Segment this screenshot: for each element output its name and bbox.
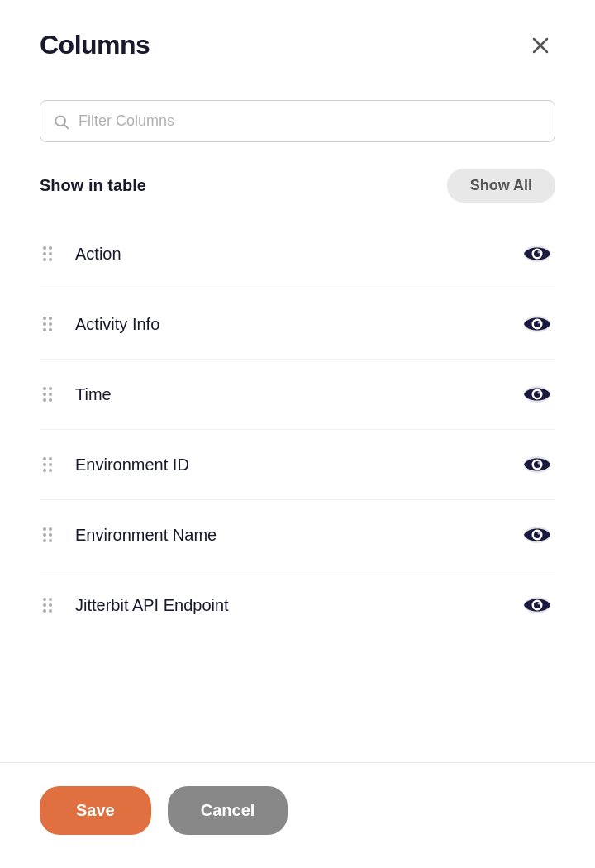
close-icon <box>531 36 550 55</box>
drag-handle-activity-info[interactable] <box>40 313 55 335</box>
section-header: Show in table Show All <box>40 169 555 203</box>
drag-dot <box>43 609 46 613</box>
eye-icon-environment-name <box>522 520 552 550</box>
drag-dot <box>43 246 46 250</box>
drag-dot <box>49 252 52 255</box>
drag-handle-environment-name[interactable] <box>40 524 55 546</box>
toggle-visibility-action[interactable] <box>519 236 555 272</box>
drag-dot <box>49 393 52 396</box>
column-item-jitterbit-api-endpoint: Jitterbit API Endpoint <box>40 570 555 640</box>
close-button[interactable] <box>526 31 555 60</box>
search-input[interactable] <box>40 100 555 142</box>
drag-dot <box>49 322 52 326</box>
drag-handle-time[interactable] <box>40 384 55 405</box>
drag-dot <box>49 387 52 390</box>
column-name-action: Action <box>75 245 519 264</box>
toggle-visibility-activity-info[interactable] <box>519 306 555 342</box>
svg-line-3 <box>64 124 69 128</box>
drag-dot <box>43 387 46 390</box>
svg-point-11 <box>538 322 540 324</box>
columns-modal: Columns Show in table Show All <box>0 0 595 868</box>
toggle-visibility-jitterbit-api-endpoint[interactable] <box>519 587 555 623</box>
toggle-visibility-environment-id[interactable] <box>519 446 555 483</box>
drag-dot <box>43 258 46 261</box>
eye-icon-jitterbit-api-endpoint <box>522 590 552 620</box>
eye-icon-action <box>522 239 552 269</box>
section-label: Show in table <box>40 176 146 195</box>
drag-dot <box>43 527 46 531</box>
drag-dot <box>43 598 46 601</box>
drag-dot <box>49 398 52 402</box>
drag-dot <box>43 533 46 537</box>
svg-point-27 <box>538 603 540 605</box>
drag-dot <box>43 603 46 607</box>
drag-dot <box>43 457 46 460</box>
modal-footer: Save Cancel <box>0 762 595 868</box>
modal-title: Columns <box>40 30 150 60</box>
modal-header: Columns <box>0 0 595 83</box>
drag-dot <box>43 469 46 472</box>
column-item-activity-info: Activity Info <box>40 289 555 360</box>
drag-dot <box>49 317 52 320</box>
drag-handle-action[interactable] <box>40 243 55 265</box>
drag-dot <box>43 398 46 402</box>
column-name-time: Time <box>75 385 519 404</box>
search-container <box>40 100 555 142</box>
column-name-jitterbit-api-endpoint: Jitterbit API Endpoint <box>75 596 519 615</box>
drag-dot <box>49 457 52 460</box>
svg-point-15 <box>538 392 540 394</box>
column-name-environment-name: Environment Name <box>75 526 519 545</box>
drag-dot <box>43 328 46 331</box>
column-list: Action <box>40 219 555 640</box>
search-icon <box>53 113 69 130</box>
column-item-environment-id: Environment ID <box>40 430 555 500</box>
drag-dot <box>49 609 52 613</box>
cancel-button[interactable]: Cancel <box>168 786 288 835</box>
drag-dot <box>49 598 52 601</box>
drag-dot <box>49 603 52 607</box>
drag-dot <box>49 246 52 250</box>
drag-dot <box>43 463 46 466</box>
drag-dot <box>49 527 52 531</box>
eye-icon-activity-info <box>522 309 552 339</box>
eye-icon-time <box>522 379 552 409</box>
drag-dot <box>43 539 46 542</box>
drag-dot <box>49 539 52 542</box>
modal-body: Show in table Show All Action <box>0 83 595 762</box>
column-item-environment-name: Environment Name <box>40 500 555 570</box>
drag-dot <box>49 258 52 261</box>
drag-dot <box>43 322 46 326</box>
svg-point-19 <box>538 462 540 465</box>
column-item-time: Time <box>40 360 555 430</box>
drag-handle-jitterbit-api-endpoint[interactable] <box>40 594 55 616</box>
drag-dot <box>43 317 46 320</box>
svg-point-7 <box>538 251 540 254</box>
drag-handle-environment-id[interactable] <box>40 454 55 475</box>
drag-dot <box>49 469 52 472</box>
column-name-activity-info: Activity Info <box>75 315 519 334</box>
column-item-action: Action <box>40 219 555 289</box>
drag-dot <box>49 533 52 537</box>
drag-dot <box>43 252 46 255</box>
drag-dot <box>43 393 46 396</box>
drag-dot <box>49 328 52 331</box>
svg-point-23 <box>538 532 540 535</box>
drag-dot <box>49 463 52 466</box>
show-all-button[interactable]: Show All <box>447 169 555 203</box>
toggle-visibility-time[interactable] <box>519 376 555 413</box>
save-button[interactable]: Save <box>40 786 151 835</box>
toggle-visibility-environment-name[interactable] <box>519 517 555 553</box>
column-name-environment-id: Environment ID <box>75 455 519 475</box>
eye-icon-environment-id <box>522 450 552 479</box>
